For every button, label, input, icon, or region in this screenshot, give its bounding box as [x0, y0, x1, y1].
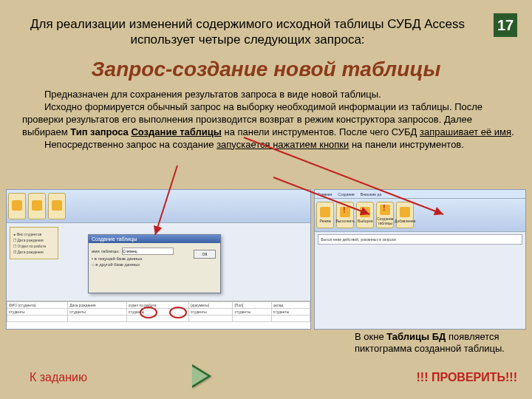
append-button: Добавление — [396, 202, 414, 228]
body-text: Предназначен для сохранения результатов … — [22, 89, 517, 151]
ok-button: ОК — [194, 250, 216, 259]
run-button: Выполнить — [336, 202, 354, 228]
ribbon-button — [48, 193, 66, 219]
screenshot-right: Главная Создание Внешние да Режим Выполн… — [314, 189, 526, 330]
ribbon-tabs: Главная Создание Внешние да — [315, 190, 525, 199]
screenshots-row: ● Фис студентов ☐ Дата рождения ☐ Отдел … — [6, 189, 526, 330]
paragraph-3: Непосредственно запрос на создание запус… — [22, 139, 517, 151]
select-button: Выборка — [356, 202, 374, 228]
circle-annotation — [140, 307, 157, 318]
back-link[interactable]: К заданию — [30, 371, 87, 384]
create-table-dialog: Создание таблицы имя таблицы: • в текуще… — [88, 234, 221, 293]
ribbon-button — [8, 193, 26, 219]
ribbon-button — [28, 193, 46, 219]
paragraph-1: Предназначен для сохранения результатов … — [22, 89, 517, 101]
page-number: 17 — [494, 13, 517, 37]
ribbon-right: Режим Выполнить Выборка Создание таблицы… — [315, 199, 525, 232]
dialog-title: Создание таблицы — [89, 235, 220, 243]
check-warning: !!! ПРОВЕРИТЬ!!! — [417, 371, 518, 384]
intro-text: Для реализации изменений содержимого исх… — [6, 16, 489, 48]
mode-button: Режим — [316, 202, 334, 228]
table-name-input — [122, 248, 174, 255]
tooltip-text: Выпол ение действий, указанных в запросе — [318, 234, 522, 245]
next-button[interactable] — [192, 364, 211, 388]
paragraph-2: Исходно формируется обычный запрос на вы… — [22, 101, 517, 139]
query-grid: ФИО (студента)Дата рожденияотдел по рабо… — [7, 301, 310, 329]
ribbon-left — [7, 190, 310, 223]
screenshot-left: ● Фис студентов ☐ Дата рождения ☐ Отдел … — [6, 189, 311, 330]
circle-annotation — [169, 307, 187, 318]
page-title: Запрос-создание новой таблицы — [0, 58, 532, 81]
field-list-sidebar: ● Фис студентов ☐ Дата рождения ☐ Отдел … — [10, 227, 58, 259]
result-text: В окне Таблицы БД появляется пиктограмма… — [355, 331, 517, 354]
maketable-button: Создание таблицы — [376, 202, 394, 228]
